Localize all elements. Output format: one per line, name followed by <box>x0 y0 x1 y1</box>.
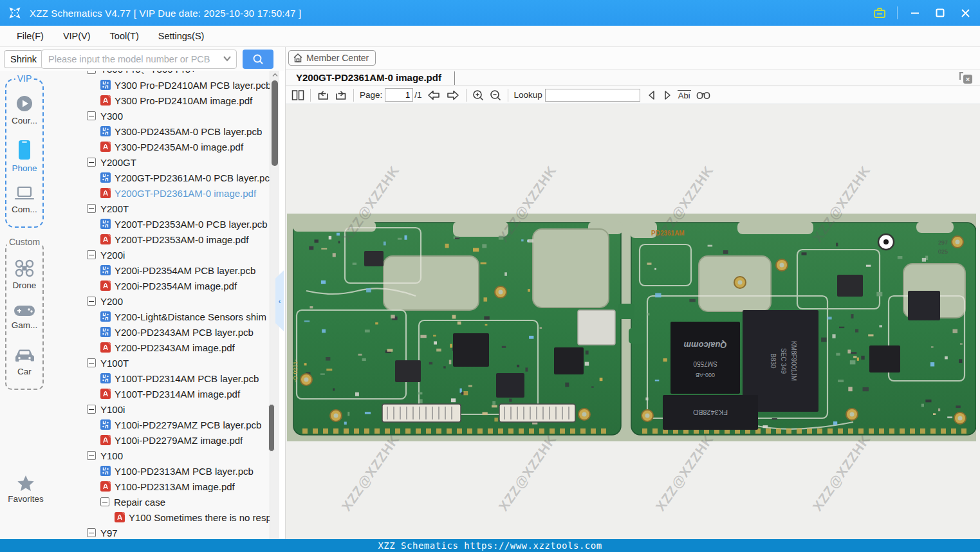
tree-item-label: Y100i-PD2279AMZ PCB layer.pcb <box>115 419 261 430</box>
collapse-expander-icon[interactable] <box>87 528 96 537</box>
sidebar-item-game[interactable]: Gam... <box>6 304 42 330</box>
menu-item-settings[interactable]: Settings(S) <box>151 28 212 44</box>
collapse-expander-icon[interactable] <box>87 451 96 460</box>
zoom-out-icon[interactable] <box>487 87 504 103</box>
menu-item-file[interactable]: File(F) <box>10 28 51 44</box>
tree-row[interactable]: Y100i <box>51 401 270 417</box>
collapse-expander-icon[interactable] <box>87 358 96 367</box>
vip-group-label: VIP <box>15 73 34 84</box>
maximize-icon[interactable] <box>930 3 950 23</box>
tree-row[interactable]: Y300 Pro-PD2410AM image.pdf <box>51 93 270 108</box>
tree-row[interactable]: Y100 Sometimes there is no resp <box>51 510 270 525</box>
pcb-screw-hole <box>776 259 788 271</box>
magnifier-icon <box>252 53 264 66</box>
zoom-in-icon[interactable] <box>470 87 487 103</box>
collapse-expander-icon[interactable] <box>87 405 96 414</box>
collapse-expander-icon[interactable] <box>100 497 109 506</box>
tree-row[interactable]: Y100i-PD2279AMZ PCB layer.pcb <box>51 417 270 432</box>
tree-row[interactable]: Y100T-PD2314AM image.pdf <box>51 386 270 401</box>
chevron-down-icon[interactable] <box>223 55 232 62</box>
tree-row[interactable]: Y200T-PD2353AM-0 PCB layer.pcb <box>51 216 270 232</box>
collapse-expander-icon[interactable] <box>87 204 96 213</box>
search-input[interactable] <box>41 50 237 69</box>
pcb-screw-hole <box>954 412 966 424</box>
tree-row[interactable]: Y200GT-PD2361AM-0 PCB layer.pcb <box>51 170 270 185</box>
tree-row[interactable]: Y200-PD2343AM image.pdf <box>51 340 270 355</box>
shrink-button[interactable]: Shrink <box>4 50 43 68</box>
tree-row[interactable]: Y200GT <box>51 154 270 170</box>
tree-row[interactable]: Y100-PD2313AM PCB layer.pcb <box>51 463 270 479</box>
page-number-input[interactable] <box>385 88 413 102</box>
tree-row[interactable]: Y100-PD2313AM image.pdf <box>51 479 270 494</box>
tree-item-label: Y97 <box>100 528 118 538</box>
rotate-cw-icon[interactable] <box>332 87 350 103</box>
tree-row[interactable]: Y300-PD2435AM-0 PCB layer.pcb <box>51 124 270 139</box>
pdf-file-icon <box>100 481 111 492</box>
menu-item-tool[interactable]: Tool(T) <box>103 28 146 44</box>
pcb-file-icon <box>100 466 111 476</box>
two-page-view-icon[interactable] <box>289 87 307 103</box>
tree-row[interactable]: Y100T-PD2314AM PCB layer.pcb <box>51 371 270 386</box>
sidebar-item-computer[interactable]: Com... <box>6 185 42 214</box>
sidebar-item-phone[interactable]: Phone <box>6 139 42 173</box>
collapse-expander-icon[interactable] <box>87 297 96 306</box>
prev-page-icon[interactable] <box>424 87 443 103</box>
pcb-file-icon <box>100 172 111 183</box>
rotate-ccw-icon[interactable] <box>314 87 332 103</box>
lookup-input[interactable] <box>545 89 640 102</box>
tree-row[interactable]: Y200T <box>51 201 270 216</box>
titlebar-separator <box>897 6 898 19</box>
tree-row[interactable]: Y100 <box>51 448 270 463</box>
sidebar-item-car[interactable]: Car <box>6 347 42 376</box>
tree-row[interactable]: Repair case <box>51 494 270 510</box>
tree-row[interactable]: Y300 Pro、Y300 Pro+ <box>51 71 270 77</box>
briefcase-icon[interactable] <box>870 3 889 23</box>
highlight-all-icon[interactable] <box>694 87 713 103</box>
scrollbar-thumb-inner[interactable] <box>268 404 275 452</box>
minimize-icon[interactable] <box>905 3 925 23</box>
tree-row[interactable]: Y97 <box>51 525 270 539</box>
collapse-expander-icon[interactable] <box>87 111 96 120</box>
member-center-button[interactable]: Member Center <box>288 50 376 66</box>
find-prev-icon[interactable] <box>644 87 660 103</box>
pcb-edge-text: -O 0221- <box>292 359 299 382</box>
sidebar-item-drone[interactable]: Drone <box>6 259 42 290</box>
collapse-expander-icon[interactable] <box>87 250 96 259</box>
tree-row[interactable]: Y300-PD2435AM-0 image.pdf <box>51 139 270 154</box>
tree-row[interactable]: Y100i-PD2279AMZ image.pdf <box>51 432 270 448</box>
tree-row[interactable]: Y200i-PD2354AM PCB layer.pcb <box>51 262 270 278</box>
pcb-screw-hole <box>578 409 590 420</box>
next-page-icon[interactable] <box>443 87 463 103</box>
tree-row[interactable]: Y200GT-PD2361AM-0 image.pdf <box>51 185 270 201</box>
watermark-text: XZZ@XZZHK <box>338 432 402 514</box>
close-tab-icon[interactable]: × <box>959 72 972 84</box>
search-button[interactable] <box>243 50 273 69</box>
scrollbar-thumb[interactable] <box>272 80 278 166</box>
pdf-file-icon <box>100 95 111 106</box>
tree-row[interactable]: Y200i-PD2354AM image.pdf <box>51 278 270 293</box>
tree-row[interactable]: Y200-PD2343AM PCB layer.pcb <box>51 324 270 340</box>
sidebar-item-label: Com... <box>12 205 37 214</box>
scroll-up-icon[interactable] <box>272 73 278 77</box>
tree-row[interactable]: Y100T <box>51 355 270 371</box>
sidebar-item-course[interactable]: Cour... <box>6 94 42 125</box>
tree-item-label: Y200-Light&Distance Sensors shim <box>115 311 266 322</box>
collapse-expander-icon[interactable] <box>87 158 96 167</box>
tree-row[interactable]: Y200i <box>51 247 270 262</box>
active-tab[interactable]: Y200GT-PD2361AM-0 image.pdf <box>296 72 441 83</box>
sidebar-item-favorites[interactable]: Favorites <box>0 475 51 504</box>
laptop-icon <box>14 185 35 202</box>
tree-row[interactable]: Y300 <box>51 108 270 124</box>
pdf-toolbar: Page: /1 Lookup <box>286 86 980 104</box>
find-next-icon[interactable] <box>660 87 675 103</box>
close-icon[interactable] <box>956 3 975 23</box>
tree-item-label: Y200i-PD2354AM image.pdf <box>115 281 237 291</box>
tree-row[interactable]: Y200 <box>51 293 270 309</box>
menu-item-vip[interactable]: VIP(V) <box>56 28 98 44</box>
tree-row[interactable]: Y200-Light&Distance Sensors shim <box>51 309 270 324</box>
pcb-edge-text: 025 <box>938 248 948 255</box>
collapse-expander-icon[interactable] <box>87 71 96 74</box>
tree-row[interactable]: Y300 Pro-PD2410AM PCB layer.pcb <box>51 77 270 93</box>
tree-row[interactable]: Y200T-PD2353AM-0 image.pdf <box>51 232 270 247</box>
match-case-icon[interactable]: Abi <box>678 90 691 100</box>
